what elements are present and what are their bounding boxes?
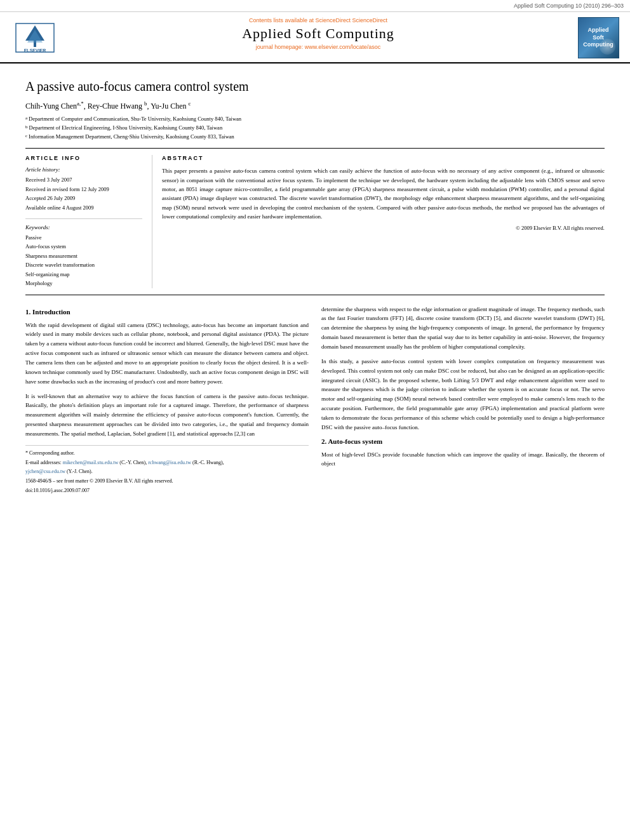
kw5: Self-organizing map: [25, 270, 142, 279]
kw4: Discrete wavelet transformation: [25, 260, 142, 269]
article-dates: Received 3 July 2007 Received in revised…: [25, 175, 142, 212]
article-info: ARTICLE INFO Article history: Received 3…: [25, 155, 152, 288]
kw1: Passive: [25, 233, 142, 242]
section2-heading: Auto-focus system: [328, 437, 382, 445]
paper-title: A passive auto-focus camera control syst…: [25, 79, 605, 94]
history-label: Article history:: [25, 166, 142, 173]
homepage-label: journal homepage:: [256, 44, 304, 50]
email3: yjchen@csu.edu.tw: [25, 469, 65, 474]
info-abstract-row: ARTICLE INFO Article history: Received 3…: [25, 148, 605, 295]
received-revised-date: Received in revised form 12 July 2009: [25, 185, 142, 194]
sciencedirect-link-text: ScienceDirect: [352, 17, 388, 23]
keywords-label: Keywords:: [25, 224, 142, 230]
footnote-area: * Corresponding author. E-mail addresses…: [25, 445, 309, 495]
intro-para4: In this study, a passive auto-focus cont…: [321, 357, 605, 432]
homepage-url: www.elsevier.com/locate/asoc: [305, 44, 381, 50]
svg-text:ELSEVIER: ELSEVIER: [24, 48, 46, 53]
email3-note: yjchen@csu.edu.tw (Y.-J. Chen).: [25, 468, 309, 476]
applied-soft-badge: Applied Soft Computing: [578, 17, 619, 58]
section2-number: 2.: [321, 437, 326, 445]
author-b-sup: b: [144, 100, 147, 107]
authors-line: Chih-Yung Chena,*, Rey-Chue Hwang b, Yu-…: [25, 100, 605, 111]
abstract-text: This paper presents a passive auto-focus…: [162, 166, 605, 221]
left-column: 1. Introduction With the rapid developme…: [25, 305, 309, 497]
section1-number: 1.: [25, 308, 30, 316]
section1-heading: Introduction: [32, 308, 70, 316]
journal-title: Applied Soft Computing: [70, 25, 566, 42]
keywords-list: Passive Auto-focus system Sharpness meas…: [25, 233, 142, 288]
author-b-name: Rey-Chue Hwang: [88, 102, 142, 110]
author-c-sup: c: [188, 100, 191, 107]
section1-title: 1. Introduction: [25, 308, 309, 316]
affiliations: a Department of Computer and Communicati…: [25, 115, 605, 140]
sciencedirect-info: Contents lists available at ScienceDirec…: [70, 17, 566, 23]
affil-b: b Department of Electrical Engineering, …: [25, 124, 605, 132]
right-column: determine the sharpness with respect to …: [321, 305, 605, 497]
received-date: Received 3 July 2007: [25, 175, 142, 184]
elsevier-logo: ELSEVIER: [13, 20, 57, 55]
doi-note: doi:10.1016/j.asoc.2009.07.007: [25, 487, 309, 495]
intro-para3: determine the sharpness with respect to …: [321, 305, 605, 352]
copyright-line: © 2009 Elsevier B.V. All rights reserved…: [162, 225, 605, 231]
email3-names: (Y.-J. Chen).: [67, 469, 93, 474]
badge-line1: Applied: [588, 27, 609, 34]
section2-title: 2. Auto-focus system: [321, 437, 605, 445]
journal-badge-area: Applied Soft Computing: [573, 17, 624, 58]
contents-text: Contents lists available at ScienceDirec…: [249, 17, 351, 23]
intro-para2: It is well-known that an alternative way…: [25, 392, 309, 439]
two-column-body: 1. Introduction With the rapid developme…: [25, 305, 605, 497]
email1-name: (C.-Y. Chen),: [119, 460, 147, 465]
elsevier-svg: ELSEVIER: [13, 20, 57, 55]
affil-c-text: Information Management Department, Cheng…: [29, 133, 234, 141]
abstract-section: ABSTRACT This paper presents a passive a…: [152, 155, 605, 288]
article-info-label: ARTICLE INFO: [25, 155, 142, 161]
badge-line2: Soft: [593, 34, 604, 42]
affil-a: a Department of Computer and Communicati…: [25, 115, 605, 123]
citation-bar: Applied Soft Computing 10 (2010) 296–303: [0, 0, 630, 12]
author-c-name: Yu-Ju Chen: [151, 102, 186, 110]
paper-content: A passive auto-focus camera control syst…: [0, 63, 630, 506]
email-note: E-mail addresses: mikechen@mail.stu.edu.…: [25, 459, 309, 467]
email2-names: (R.-C. Hwang),: [192, 460, 224, 465]
journal-header: ELSEVIER Contents lists available at Sci…: [0, 12, 630, 63]
accepted-date: Accepted 26 July 2009: [25, 194, 142, 203]
divider: [25, 218, 142, 219]
journal-homepage: journal homepage: www.elsevier.com/locat…: [70, 44, 566, 50]
journal-header-center: Contents lists available at ScienceDirec…: [64, 17, 573, 58]
affil-c: c Information Management Department, Che…: [25, 133, 605, 141]
elsevier-logo-area: ELSEVIER: [6, 17, 64, 58]
affil-b-text: Department of Electrical Engineering, I-…: [29, 124, 223, 132]
kw2: Auto-focus system: [25, 242, 142, 251]
author-a-sup: a,*: [77, 100, 84, 107]
corresponding-note: * Corresponding author.: [25, 450, 309, 458]
email1: mikechen@mail.stu.edu.tw: [63, 460, 119, 465]
intro-para1: With the rapid development of digital st…: [25, 321, 309, 387]
issn-note: 1568-4946/$ – see front matter © 2009 El…: [25, 477, 309, 486]
available-date: Available online 4 August 2009: [25, 203, 142, 212]
citation-text: Applied Soft Computing 10 (2010) 296–303: [514, 3, 624, 9]
author-a-name: Chih-Yung Chen: [25, 102, 77, 110]
kw3: Sharpness measurement: [25, 251, 142, 260]
abstract-label: ABSTRACT: [162, 155, 605, 161]
section2-para1: Most of high-level DSCs provide focusabl…: [321, 450, 605, 469]
kw6: Morphology: [25, 279, 142, 288]
badge-line3: Computing: [583, 41, 613, 49]
email2: rchwang@isu.edu.tw: [148, 460, 191, 465]
email-label: E-mail addresses:: [25, 460, 62, 465]
affil-a-text: Department of Computer and Communication…: [29, 115, 241, 123]
